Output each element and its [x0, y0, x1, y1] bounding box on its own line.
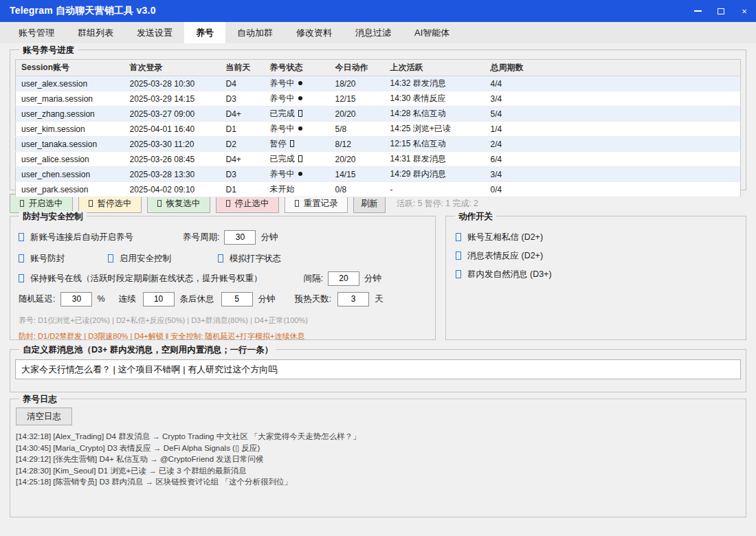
day-cell: D2: [221, 137, 265, 152]
security-groupbox: 防封与安全控制 新账号连接后自动开启养号 养号周期: 分钟 账号防封 启用安全控…: [10, 216, 436, 340]
safety-label: 启用安全控制: [120, 253, 171, 265]
last-active-cell: 14:30 表情反应: [385, 91, 485, 107]
today-actions-cell: 0/8: [330, 182, 385, 197]
table-row[interactable]: user_maria.session2025-03-29 14:15D3养号中1…: [16, 91, 741, 107]
table-row[interactable]: user_tanaka.session2025-03-30 11:20D2暂停8…: [16, 137, 741, 152]
last-active-cell: 12:15 私信互动: [385, 137, 485, 152]
tab-item[interactable]: 修改资料: [285, 22, 344, 43]
day-cell: D1: [221, 122, 265, 137]
tab-item[interactable]: 自动加群: [225, 22, 285, 43]
delay-input[interactable]: [60, 292, 92, 306]
day-cell: D4: [221, 76, 265, 91]
table-row[interactable]: user_alex.session2025-03-28 10:30D4养号中18…: [16, 76, 741, 91]
delay-label: 随机延迟:: [19, 293, 55, 305]
tab-item[interactable]: AI智能体: [403, 22, 461, 43]
last-active-cell: 14:25 浏览+已读: [385, 122, 485, 137]
action-switch-item[interactable]: 消息表情反应 (D2+): [456, 250, 736, 261]
table-row[interactable]: user_chen.session2025-03-28 13:30D3养号中14…: [16, 167, 741, 182]
close-icon: ×: [742, 6, 747, 16]
session-cell: user_maria.session: [16, 91, 124, 107]
column-header: 上次活跃: [385, 60, 485, 76]
rest-unit: 分钟: [258, 293, 276, 305]
antiban-hint: 防封: D1/D2禁群发 | D3限速80% | D4+解锁 ‖ 安全控制: 随…: [19, 331, 427, 342]
status-glyph-icon: [298, 155, 302, 162]
rest-input[interactable]: [221, 292, 253, 306]
app-title: Telegram 自动聊天营销工具 v3.0: [10, 5, 156, 17]
today-actions-cell: 14/15: [330, 167, 385, 182]
interval-label: 间隔:: [304, 273, 323, 284]
cycles-cell: 5/4: [485, 107, 741, 122]
session-cell: user_alice.session: [16, 152, 124, 167]
maximize-icon: [718, 8, 724, 14]
table-row[interactable]: user_zhang.session2025-03-27 09:00D4+已完成…: [16, 107, 741, 122]
main-content: 账号养号进度 Session账号首次登录当前天养号状态今日动作上次活跃总周期数 …: [0, 49, 756, 517]
action-switch-item[interactable]: 群内发自然消息 (D3+): [456, 269, 736, 280]
day-cell: D3: [221, 167, 265, 182]
today-actions-cell: 20/20: [330, 152, 385, 167]
first-login-cell: 2025-03-30 11:20: [124, 137, 221, 152]
tab-item[interactable]: 消息过滤: [344, 22, 403, 43]
session-table-body: user_alex.session2025-03-28 10:30D4养号中18…: [16, 76, 741, 197]
typing-checkbox[interactable]: [218, 254, 223, 263]
day-cell: D3: [221, 91, 265, 107]
checkbox-icon[interactable]: [456, 270, 461, 278]
minimize-button[interactable]: [686, 0, 709, 22]
keep-online-checkbox[interactable]: [19, 274, 24, 282]
window-controls: ×: [686, 0, 756, 22]
column-header: 今日动作: [330, 60, 385, 76]
cycle-input[interactable]: [224, 230, 256, 245]
warmup-input[interactable]: [337, 292, 369, 306]
today-actions-cell: 12/15: [330, 91, 385, 107]
status-cell: 养号中: [265, 167, 330, 182]
auto-start-checkbox[interactable]: [19, 233, 24, 241]
first-login-cell: 2025-03-26 08:45: [124, 152, 221, 167]
table-row[interactable]: user_alice.session2025-03-26 08:45D4+已完成…: [16, 152, 741, 167]
tab-item[interactable]: 养号: [184, 22, 225, 43]
continuous-input[interactable]: [143, 292, 175, 306]
last-active-cell: 14:28 私信互动: [385, 107, 485, 122]
log-groupbox: 养号日志 清空日志 [14:32:18] [Alex_Trading] D4 群…: [10, 399, 746, 517]
session-table: Session账号首次登录当前天养号状态今日动作上次活跃总周期数 user_al…: [15, 59, 741, 197]
panels-row: 防封与安全控制 新账号连接后自动开启养号 养号周期: 分钟 账号防封 启用安全控…: [10, 216, 746, 340]
today-actions-cell: 18/20: [330, 76, 385, 91]
button-glyph-icon: [295, 200, 299, 207]
last-active-cell: 14:32 群发消息: [385, 76, 485, 91]
day-cell: D4+: [221, 107, 265, 122]
cycle-unit: 分钟: [260, 232, 278, 243]
warmup-unit: 天: [375, 293, 383, 305]
button-glyph-icon: [157, 200, 162, 207]
tab-item[interactable]: 账号管理: [7, 22, 66, 43]
delay-row: 随机延迟: % 连续 条后休息 分钟 预热天数: 天: [19, 291, 427, 307]
table-row[interactable]: user_park.session2025-04-02 09:10D1未开始0/…: [16, 182, 741, 197]
log-title: 养号日志: [19, 394, 60, 405]
maximize-button[interactable]: [709, 0, 733, 22]
last-active-cell: 14:31 群发消息: [385, 152, 485, 167]
tab-item[interactable]: 发送设置: [125, 22, 184, 43]
tab-item[interactable]: 群组列表: [66, 22, 125, 43]
first-login-cell: 2025-04-01 16:40: [124, 122, 221, 137]
log-line: [14:32:18] [Alex_Trading] D4 群发消息 → Cryp…: [16, 431, 740, 443]
message-pool-input[interactable]: [15, 359, 741, 379]
session-cell: user_alex.session: [16, 76, 124, 91]
security-title: 防封与安全控制: [19, 211, 87, 223]
clear-log-button[interactable]: 清空日志: [16, 407, 72, 425]
close-button[interactable]: ×: [733, 0, 756, 22]
continuous-label: 连续: [119, 293, 136, 305]
cycles-cell: 1/4: [485, 122, 741, 137]
today-actions-cell: 5/8: [330, 122, 385, 137]
antiban-label: 账号防封: [30, 253, 65, 265]
antiban-checkbox[interactable]: [19, 254, 24, 263]
checkbox-icon[interactable]: [456, 233, 461, 241]
interval-input[interactable]: [328, 271, 359, 286]
checkbox-icon[interactable]: [456, 252, 461, 260]
auto-start-label: 新账号连接后自动开启养号: [30, 232, 133, 243]
table-row[interactable]: user_kim.session2025-04-01 16:40D1养号中5/8…: [16, 122, 741, 137]
cycles-cell: 0/4: [485, 182, 741, 197]
cycles-cell: 3/4: [485, 167, 741, 182]
cycle-label: 养号周期:: [183, 232, 219, 243]
cycles-cell: 4/4: [485, 76, 741, 91]
action-switch-item[interactable]: 账号互相私信 (D2+): [456, 232, 736, 243]
column-header: 首次登录: [124, 60, 221, 76]
active-dot-icon: [298, 96, 302, 100]
safety-checkbox[interactable]: [108, 254, 113, 263]
